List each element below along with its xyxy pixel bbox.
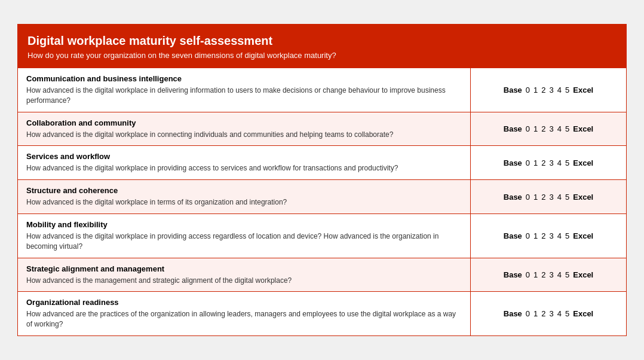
rating-num-3[interactable]: 3	[550, 309, 554, 318]
dimension-title-1: Communication and business intelligence	[26, 74, 462, 83]
assessment-container: Digital workplace maturity self-assessme…	[17, 24, 627, 336]
rating-num-4[interactable]: 4	[557, 193, 562, 202]
rating-num-2[interactable]: 2	[541, 309, 545, 318]
dimension-cell-2: Collaboration and communityHow advanced …	[18, 112, 471, 146]
rating-num-2[interactable]: 2	[541, 231, 545, 240]
rating-num-0[interactable]: 0	[526, 86, 530, 94]
rating-excel-label: Excel	[573, 124, 593, 133]
rating-cell-3[interactable]: Base012345Excel	[471, 146, 626, 179]
rating-num-0[interactable]: 0	[526, 270, 530, 279]
dimension-title-5: Mobility and flexibility	[26, 220, 462, 229]
dimension-cell-6: Strategic alignment and managementHow ad…	[18, 258, 471, 292]
rating-num-5[interactable]: 5	[565, 309, 569, 318]
rating-num-1[interactable]: 1	[533, 124, 538, 133]
dimension-desc-7: How advanced are the practices of the or…	[26, 309, 462, 330]
rating-excel-label: Excel	[573, 193, 593, 202]
rating-num-2[interactable]: 2	[541, 86, 545, 94]
rating-base-label: Base	[504, 124, 522, 133]
dimension-desc-2: How advanced is the digital workplace in…	[26, 130, 462, 140]
rating-base-label: Base	[504, 270, 522, 279]
rating-num-1[interactable]: 1	[533, 86, 538, 94]
dimension-desc-5: How advanced is the digital workplace in…	[26, 231, 462, 252]
rating-num-1[interactable]: 1	[533, 193, 538, 202]
dimension-desc-6: How advanced is the management and strat…	[26, 276, 462, 286]
dimension-cell-4: Structure and coherenceHow advanced is t…	[18, 180, 471, 213]
rating-cell-5[interactable]: Base012345Excel	[471, 214, 626, 258]
header-subtitle: How do you rate your organization on the…	[27, 51, 617, 61]
rating-num-1[interactable]: 1	[533, 158, 538, 167]
rating-num-0[interactable]: 0	[526, 124, 530, 133]
rating-num-0[interactable]: 0	[526, 158, 530, 167]
dimensions-table: Communication and business intelligenceH…	[18, 68, 626, 335]
rating-num-4[interactable]: 4	[557, 86, 562, 94]
table-row: Collaboration and communityHow advanced …	[18, 112, 626, 147]
rating-num-3[interactable]: 3	[550, 193, 554, 202]
dimension-cell-5: Mobility and flexibilityHow advanced is …	[18, 214, 471, 258]
table-row: Services and workflowHow advanced is the…	[18, 146, 626, 180]
rating-cell-4[interactable]: Base012345Excel	[471, 180, 626, 213]
table-row: Organizational readinessHow advanced are…	[18, 292, 626, 335]
rating-num-5[interactable]: 5	[565, 231, 569, 240]
rating-num-3[interactable]: 3	[550, 86, 554, 94]
rating-cell-1[interactable]: Base012345Excel	[471, 68, 626, 112]
table-row: Structure and coherenceHow advanced is t…	[18, 180, 626, 214]
dimension-title-2: Collaboration and community	[26, 118, 462, 127]
header-title: Digital workplace maturity self-assessme…	[27, 33, 617, 48]
table-row: Communication and business intelligenceH…	[18, 68, 626, 112]
rating-num-0[interactable]: 0	[526, 231, 530, 240]
rating-base-label: Base	[504, 158, 522, 167]
rating-excel-label: Excel	[573, 231, 593, 240]
dimension-title-6: Strategic alignment and management	[26, 264, 462, 273]
rating-num-1[interactable]: 1	[533, 231, 538, 240]
dimension-desc-4: How advanced is the digital workplace in…	[26, 197, 462, 208]
table-row: Strategic alignment and managementHow ad…	[18, 258, 626, 292]
rating-num-1[interactable]: 1	[533, 270, 538, 279]
rating-num-5[interactable]: 5	[565, 124, 569, 133]
rating-num-0[interactable]: 0	[526, 193, 530, 202]
rating-num-3[interactable]: 3	[550, 231, 554, 240]
dimension-cell-1: Communication and business intelligenceH…	[18, 68, 471, 112]
dimension-desc-1: How advanced is the digital workplace in…	[26, 86, 462, 106]
dimension-title-7: Organizational readiness	[26, 298, 462, 307]
rating-num-2[interactable]: 2	[541, 158, 545, 167]
rating-num-1[interactable]: 1	[533, 309, 538, 318]
rating-base-label: Base	[504, 231, 522, 240]
rating-excel-label: Excel	[573, 158, 593, 167]
rating-num-3[interactable]: 3	[550, 270, 554, 279]
rating-num-5[interactable]: 5	[565, 86, 569, 94]
rating-base-label: Base	[504, 86, 522, 94]
rating-excel-label: Excel	[573, 270, 593, 279]
dimension-title-4: Structure and coherence	[26, 186, 462, 195]
rating-num-4[interactable]: 4	[557, 309, 562, 318]
rating-num-3[interactable]: 3	[550, 124, 554, 133]
table-row: Mobility and flexibilityHow advanced is …	[18, 214, 626, 258]
rating-cell-2[interactable]: Base012345Excel	[471, 112, 626, 146]
rating-num-4[interactable]: 4	[557, 158, 562, 167]
rating-num-2[interactable]: 2	[541, 124, 545, 133]
rating-num-0[interactable]: 0	[526, 309, 530, 318]
rating-num-3[interactable]: 3	[550, 158, 554, 167]
rating-cell-6[interactable]: Base012345Excel	[471, 258, 626, 292]
dimension-desc-3: How advanced is the digital workplace in…	[26, 163, 462, 173]
header: Digital workplace maturity self-assessme…	[18, 25, 626, 68]
rating-excel-label: Excel	[573, 86, 593, 94]
rating-num-2[interactable]: 2	[541, 270, 545, 279]
rating-num-2[interactable]: 2	[541, 193, 545, 202]
rating-cell-7[interactable]: Base012345Excel	[471, 292, 626, 335]
dimension-cell-7: Organizational readinessHow advanced are…	[18, 292, 471, 335]
rating-num-4[interactable]: 4	[557, 231, 562, 240]
rating-num-5[interactable]: 5	[565, 158, 569, 167]
rating-excel-label: Excel	[573, 309, 593, 318]
rating-num-4[interactable]: 4	[557, 270, 562, 279]
rating-num-4[interactable]: 4	[557, 124, 562, 133]
rating-num-5[interactable]: 5	[565, 193, 569, 202]
rating-base-label: Base	[504, 193, 522, 202]
rating-num-5[interactable]: 5	[565, 270, 569, 279]
rating-base-label: Base	[504, 309, 522, 318]
dimension-cell-3: Services and workflowHow advanced is the…	[18, 146, 471, 179]
dimension-title-3: Services and workflow	[26, 152, 462, 161]
